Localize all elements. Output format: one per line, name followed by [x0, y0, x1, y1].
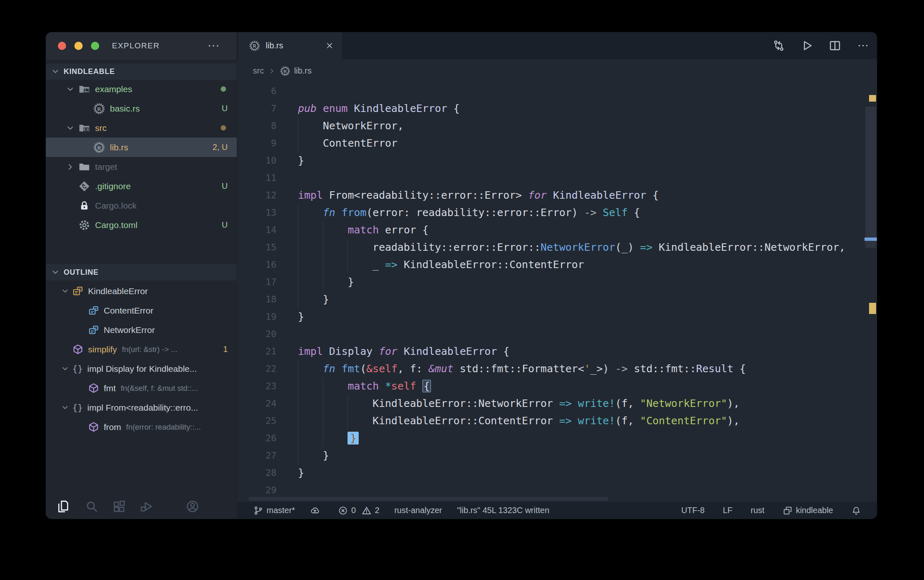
code-line-17[interactable]: }: [298, 273, 864, 291]
status-item-0[interactable]: 0: [338, 506, 356, 516]
line-number[interactable]: 10: [237, 152, 276, 169]
status-item-master-[interactable]: master*: [253, 506, 295, 516]
line-number[interactable]: 12: [237, 187, 276, 204]
breadcrumb-file[interactable]: lib.rs: [294, 66, 312, 76]
code-line-11[interactable]: [298, 169, 864, 187]
code-line-16[interactable]: _ => KindleableError::ContentError: [298, 256, 864, 273]
outline-item-impl-display-for-kindleable-[interactable]: {}impl Display for Kindleable...: [46, 359, 237, 378]
horizontal-scrollbar-thumb[interactable]: [249, 497, 608, 501]
vertical-scrollbar-thumb[interactable]: [865, 107, 876, 248]
outline-item-impl-from-readability-erro-[interactable]: {}impl From<readability::erro...: [46, 398, 237, 417]
line-number[interactable]: 14: [237, 221, 276, 239]
code-line-27[interactable]: }: [298, 447, 864, 464]
code-line-21[interactable]: impl Display for KindleableError {: [298, 343, 864, 360]
explorer-more-actions-icon[interactable]: ⋯: [207, 38, 221, 52]
code-line-15[interactable]: readability::error::Error::NetworkError(…: [298, 239, 864, 256]
outline-item-contenterror[interactable]: ContentError: [46, 301, 237, 320]
line-number[interactable]: 18: [237, 291, 276, 308]
code-line-9[interactable]: ContentError: [298, 135, 864, 152]
status-item-rust-analyzer[interactable]: rust-analyzer: [394, 506, 442, 515]
problems-group[interactable]: 02: [338, 506, 379, 516]
status-item-lf[interactable]: LF: [723, 506, 732, 515]
section-header-project[interactable]: KINDLEABLE: [46, 63, 237, 80]
status-item-bell[interactable]: [851, 506, 864, 516]
line-number[interactable]: 15: [237, 239, 276, 256]
close-icon[interactable]: [325, 41, 334, 50]
line-number[interactable]: 24: [237, 395, 276, 412]
overview-ruler[interactable]: [864, 83, 877, 502]
breadcrumb-folder[interactable]: src: [253, 66, 264, 76]
line-number[interactable]: 13: [237, 204, 276, 221]
tree-item-target[interactable]: target: [46, 157, 237, 176]
status-item-rust[interactable]: rust: [751, 506, 764, 515]
line-number[interactable]: 23: [237, 378, 276, 395]
code-line-29[interactable]: [298, 482, 864, 499]
code-lines[interactable]: pub enum KindleableError { NetworkError,…: [298, 83, 864, 499]
line-number[interactable]: 29: [237, 482, 276, 499]
minimize-window-button[interactable]: [74, 42, 83, 50]
line-number[interactable]: 26: [237, 430, 276, 447]
outline-item-networkerror[interactable]: NetworkError: [46, 320, 237, 340]
editor-action-play-button[interactable]: [793, 39, 821, 52]
line-number[interactable]: 25: [237, 412, 276, 430]
tree-item-cargo-lock[interactable]: Cargo.lock: [46, 196, 237, 215]
outline-item-kindleableerror[interactable]: KindleableError: [46, 281, 237, 301]
line-number[interactable]: 8: [237, 117, 276, 135]
code-line-10[interactable]: }: [298, 152, 864, 169]
activity-settings-button[interactable]: [214, 499, 228, 513]
line-number[interactable]: 21: [237, 343, 276, 360]
code-line-23[interactable]: match *self {: [298, 378, 864, 395]
editor-action-split-button[interactable]: [821, 39, 849, 52]
section-header-outline[interactable]: OUTLINE: [46, 264, 237, 280]
line-number[interactable]: 19: [237, 308, 276, 326]
line-number[interactable]: 20: [237, 326, 276, 343]
status-item-utf-8[interactable]: UTF-8: [681, 506, 705, 515]
close-window-button[interactable]: [58, 42, 66, 50]
status-item-kindleable[interactable]: kindleable: [783, 506, 833, 516]
status-item--lib-rs-45l-1323c-written[interactable]: "lib.rs" 45L 1323C written: [457, 506, 550, 515]
code-line-6[interactable]: [298, 83, 864, 100]
maximize-window-button[interactable]: [91, 42, 99, 50]
line-number[interactable]: 16: [237, 256, 276, 273]
code-line-20[interactable]: [298, 326, 864, 343]
line-number[interactable]: 17: [237, 273, 276, 291]
line-number[interactable]: 9: [237, 135, 276, 152]
editor-action-compare-button[interactable]: [764, 39, 793, 52]
code-line-24[interactable]: KindleableError::NetworkError => write!(…: [298, 395, 864, 412]
code-line-18[interactable]: }: [298, 291, 864, 308]
line-number[interactable]: 28: [237, 464, 276, 482]
status-item-cloud-up[interactable]: [310, 506, 323, 516]
activity-files-button[interactable]: [56, 499, 70, 513]
code-line-26[interactable]: }: [298, 430, 864, 447]
tree-item-examples[interactable]: examples: [46, 79, 237, 99]
outline-item-simplify[interactable]: simplifyfn(url: &str) -> ...1: [46, 340, 237, 359]
outline-item-fmt[interactable]: fmtfn(&self, f: &mut std::...: [46, 378, 237, 398]
activity-search-button[interactable]: [85, 499, 99, 513]
line-number[interactable]: 6: [237, 83, 276, 100]
tree-item-src[interactable]: src: [46, 118, 237, 138]
line-number[interactable]: 11: [237, 169, 276, 187]
code-line-12[interactable]: impl From<readability::error::Error> for…: [298, 187, 864, 204]
code-line-13[interactable]: fn from(error: readability::error::Error…: [298, 204, 864, 221]
tree-item-cargo-toml[interactable]: Cargo.tomlU: [46, 215, 237, 235]
tree-item--gitignore[interactable]: .gitignoreU: [46, 176, 237, 196]
outline-item-from[interactable]: fromfn(error: readability::...: [46, 417, 237, 437]
line-number[interactable]: 27: [237, 447, 276, 464]
code-line-22[interactable]: fn fmt(&self, f: &mut std::fmt::Formatte…: [298, 360, 864, 378]
line-number[interactable]: 22: [237, 360, 276, 378]
tree-item-lib-rs[interactable]: lib.rs2, U: [46, 138, 237, 157]
code-line-28[interactable]: }: [298, 464, 864, 482]
code-line-8[interactable]: NetworkError,: [298, 117, 864, 135]
editor-action-more-button[interactable]: [849, 39, 877, 52]
code-line-14[interactable]: match error {: [298, 221, 864, 239]
code-line-7[interactable]: pub enum KindleableError {: [298, 100, 864, 117]
code-line-19[interactable]: }: [298, 308, 864, 326]
status-item-2[interactable]: 2: [362, 506, 379, 516]
code-line-25[interactable]: KindleableError::ContentError => write!(…: [298, 412, 864, 430]
line-number[interactable]: 7: [237, 100, 276, 117]
activity-debug-button[interactable]: [140, 499, 154, 513]
tab-librs[interactable]: lib.rs: [238, 32, 342, 59]
activity-account-button[interactable]: [186, 499, 200, 513]
code-editor[interactable]: 6789101112131415161718192021222324252627…: [237, 83, 877, 502]
tree-item-basic-rs[interactable]: basic.rsU: [46, 99, 237, 118]
